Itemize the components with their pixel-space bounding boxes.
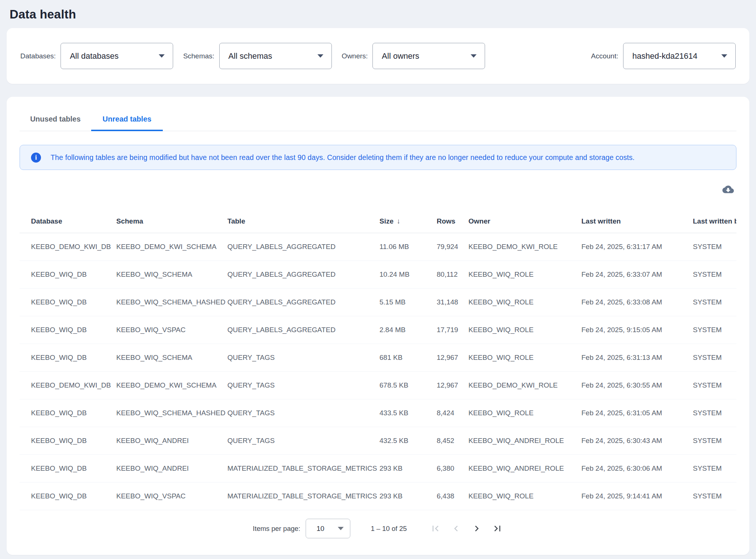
filter-group-databases: Databases: All databases [20, 43, 173, 69]
table-row: KEEBO_WIQ_DB KEEBO_WIQ_ANDREI MATERIALIZ… [20, 454, 736, 482]
table-row: KEEBO_DEMO_KWI_DB KEEBO_DEMO_KWI_SCHEMA … [20, 233, 736, 260]
owners-label: Owners: [342, 52, 368, 60]
pagination-bar: Items per page: 10 1 – 10 of 25 [20, 510, 736, 547]
column-header-database[interactable]: Database [20, 200, 116, 233]
cell-database: KEEBO_DEMO_KWI_DB [20, 371, 116, 399]
cell-last-written: Feb 24, 2025, 6:30:06 AM [581, 454, 693, 482]
cell-last-written: Feb 24, 2025, 6:30:55 AM [581, 371, 693, 399]
column-header-owner[interactable]: Owner [468, 200, 581, 233]
cell-size: 432.5 KB [379, 427, 437, 454]
databases-label: Databases: [20, 52, 56, 60]
cell-table: QUERY_LABELS_AGGREGATED [227, 288, 379, 316]
cell-owner: KEEBO_WIQ_ROLE [468, 482, 581, 510]
items-per-page-label: Items per page: [253, 525, 300, 533]
cell-schema: KEEBO_WIQ_SCHEMA_HASHED [116, 399, 227, 427]
cell-schema: KEEBO_WIQ_SCHEMA_HASHED [116, 288, 227, 316]
previous-page-button[interactable] [450, 523, 462, 534]
table-row: KEEBO_WIQ_DB KEEBO_WIQ_VSPAC QUERY_LABEL… [20, 316, 736, 344]
items-per-page-select[interactable]: 10 [306, 519, 350, 538]
schemas-label: Schemas: [183, 52, 214, 60]
table-row: KEEBO_DEMO_KWI_DB KEEBO_DEMO_KWI_SCHEMA … [20, 371, 736, 399]
cell-size: 681 KB [379, 344, 437, 371]
cell-size: 10.24 MB [379, 260, 437, 288]
pagination-range-label: 1 – 10 of 25 [371, 525, 407, 533]
schemas-select-value: All schemas [228, 51, 272, 61]
table-row: KEEBO_WIQ_DB KEEBO_WIQ_SCHEMA_HASHED QUE… [20, 399, 736, 427]
owners-select-value: All owners [382, 51, 419, 61]
cell-schema: KEEBO_WIQ_VSPAC [116, 316, 227, 344]
cell-schema: KEEBO_WIQ_SCHEMA [116, 260, 227, 288]
column-header-last-written-by[interactable]: Last written by [693, 200, 736, 233]
first-page-icon [430, 530, 441, 535]
cell-table: QUERY_LABELS_AGGREGATED [227, 233, 379, 260]
tab-unused-tables[interactable]: Unused tables [20, 108, 91, 131]
first-page-button[interactable] [430, 523, 441, 534]
cell-table: MATERIALIZED_TABLE_STORAGE_METRICS [227, 482, 379, 510]
cell-size: 11.06 MB [379, 233, 437, 260]
cell-owner: KEEBO_WIQ_ANDREI_ROLE [468, 454, 581, 482]
chevron-left-icon [450, 530, 462, 535]
data-health-panel: Unused tables Unread tables i The follow… [7, 97, 749, 555]
cell-database: KEEBO_DEMO_KWI_DB [20, 233, 116, 260]
cell-last-written-by: SYSTEM [693, 454, 736, 482]
column-header-size-label: Size [379, 217, 394, 225]
cell-table: QUERY_LABELS_AGGREGATED [227, 260, 379, 288]
info-icon: i [31, 153, 41, 163]
filter-group-account: Account: hashed-kda21614 [591, 43, 736, 69]
page-title: Data health [7, 0, 749, 23]
cell-rows: 8,424 [437, 399, 468, 427]
cell-rows: 31,148 [437, 288, 468, 316]
page: Data health Databases: All databases Sch… [0, 0, 756, 555]
cell-rows: 12,967 [437, 344, 468, 371]
schemas-select[interactable]: All schemas [219, 43, 332, 69]
column-header-last-written[interactable]: Last written [581, 200, 693, 233]
cell-size: 678.5 KB [379, 371, 437, 399]
unread-tables-table-wrap: Database Schema Table Size↓ Rows Owner L… [20, 200, 736, 510]
cell-last-written-by: SYSTEM [693, 260, 736, 288]
cell-last-written-by: SYSTEM [693, 233, 736, 260]
column-header-table[interactable]: Table [227, 200, 379, 233]
last-page-button[interactable] [492, 523, 503, 534]
owners-select[interactable]: All owners [372, 43, 485, 69]
cell-schema: KEEBO_WIQ_VSPAC [116, 482, 227, 510]
column-header-schema[interactable]: Schema [116, 200, 227, 233]
cell-table: QUERY_TAGS [227, 399, 379, 427]
sort-desc-arrow-icon: ↓ [397, 217, 401, 225]
cell-last-written-by: SYSTEM [693, 482, 736, 510]
cell-size: 293 KB [379, 454, 437, 482]
cell-database: KEEBO_WIQ_DB [20, 454, 116, 482]
databases-select-value: All databases [70, 51, 118, 61]
cell-last-written: Feb 24, 2025, 6:30:43 AM [581, 427, 693, 454]
table-row: KEEBO_WIQ_DB KEEBO_WIQ_ANDREI QUERY_TAGS… [20, 427, 736, 454]
pager-controls [430, 523, 503, 534]
cell-table: QUERY_TAGS [227, 344, 379, 371]
cell-schema: KEEBO_WIQ_SCHEMA [116, 344, 227, 371]
filter-group-owners: Owners: All owners [342, 43, 485, 69]
next-page-button[interactable] [471, 523, 482, 534]
cell-rows: 8,452 [437, 427, 468, 454]
download-button[interactable] [720, 182, 736, 197]
unread-tables-table: Database Schema Table Size↓ Rows Owner L… [20, 200, 736, 510]
cell-last-written-by: SYSTEM [693, 316, 736, 344]
column-header-size[interactable]: Size↓ [379, 200, 437, 233]
account-select[interactable]: hashed-kda21614 [623, 43, 736, 69]
cell-last-written: Feb 24, 2025, 6:33:08 AM [581, 288, 693, 316]
cell-database: KEEBO_WIQ_DB [20, 260, 116, 288]
table-toolbar [20, 179, 736, 200]
cell-owner: KEEBO_DEMO_KWI_ROLE [468, 233, 581, 260]
cell-rows: 17,719 [437, 316, 468, 344]
cell-rows: 6,380 [437, 454, 468, 482]
cell-schema: KEEBO_DEMO_KWI_SCHEMA [116, 371, 227, 399]
filter-group-schemas: Schemas: All schemas [183, 43, 331, 69]
column-header-rows[interactable]: Rows [437, 200, 468, 233]
cell-size: 5.15 MB [379, 288, 437, 316]
cell-last-written-by: SYSTEM [693, 427, 736, 454]
cell-table: MATERIALIZED_TABLE_STORAGE_METRICS [227, 454, 379, 482]
databases-select[interactable]: All databases [61, 43, 173, 69]
tab-bar: Unused tables Unread tables [20, 108, 736, 131]
cell-owner: KEEBO_WIQ_ROLE [468, 316, 581, 344]
cell-table: QUERY_LABELS_AGGREGATED [227, 316, 379, 344]
info-banner: i The following tables are being modifie… [20, 145, 736, 170]
cell-database: KEEBO_WIQ_DB [20, 288, 116, 316]
tab-unread-tables[interactable]: Unread tables [91, 108, 163, 131]
